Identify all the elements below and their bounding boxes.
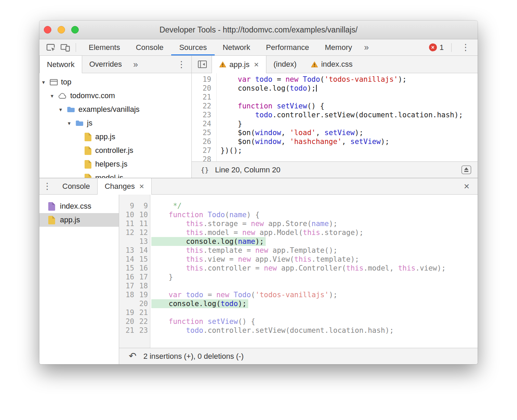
tab-label: Console (62, 182, 90, 191)
tree-item-app.js[interactable]: app.js (39, 130, 191, 144)
code-line[interactable]: 19 var todo = new Todo('todos-vanillajs'… (192, 75, 478, 84)
tree-item-model.js[interactable]: model.js (39, 171, 191, 178)
code-token (151, 202, 173, 210)
code-token: .model = (203, 228, 242, 237)
drawer-tab-changes[interactable]: Changes× (97, 178, 152, 195)
pretty-print-icon[interactable]: {} (201, 166, 209, 174)
sidebar-tabs: NetworkOverrides (39, 56, 129, 73)
code-token: function (238, 102, 273, 110)
code-token: new (242, 228, 255, 237)
code-line[interactable]: 26 $on(window, 'hashchange', setView); (192, 137, 478, 146)
drawer: ⋮ ConsoleChanges× × index.cssapp.js 99 *… (39, 178, 478, 364)
inspect-element-icon[interactable] (43, 39, 58, 55)
main-toolbar-tabs: ElementsConsoleSourcesNetworkPerformance… (81, 39, 360, 55)
cursor-position-text: Line 20, Column 20 (215, 166, 280, 174)
code-token: ( (251, 291, 255, 299)
editor-tab-index.css[interactable]: index.css (304, 56, 360, 73)
diff-row: 99 */ (119, 201, 478, 210)
main-tab-console[interactable]: Console (128, 39, 172, 55)
diff-new-line-number: 14 (134, 246, 148, 255)
window-minimize-button[interactable] (58, 26, 65, 34)
file-js-icon (85, 146, 91, 155)
editor-tab-app.js[interactable]: app.js× (212, 56, 266, 73)
code-line[interactable]: 27})(); (192, 146, 478, 155)
diff-code-cell: function setView() { (148, 317, 255, 326)
sidebar-tab-overrides[interactable]: Overrides (82, 56, 129, 73)
code-token: app.Template(); (268, 246, 337, 254)
code-token: app.Store( (264, 220, 312, 228)
diff-code-text: this.view = new app.View(this.template); (151, 255, 359, 264)
code-token: setView (324, 129, 355, 137)
window-zoom-button[interactable] (71, 26, 79, 34)
file-js-icon (48, 216, 55, 224)
tree-item-controller.js[interactable]: controller.js (39, 144, 191, 157)
sidebar-more-tabs-chevron-icon[interactable]: » (129, 56, 142, 73)
code-token: , (316, 129, 324, 137)
diff-new-line-number: 20 (134, 299, 148, 308)
tab-close-icon[interactable]: × (254, 60, 259, 69)
code-token: .view = (203, 255, 238, 263)
tab-close-icon[interactable]: × (139, 182, 144, 191)
device-toolbar-icon[interactable] (58, 39, 72, 55)
code-line[interactable]: 20 console.log(todo); (192, 84, 478, 93)
frame-icon (50, 79, 58, 86)
open-file-eject-icon[interactable] (461, 165, 471, 174)
diff-old-line-number: 10 (119, 210, 134, 219)
code-line-text: console.log(todo); (216, 84, 317, 93)
line-number: 20 (192, 84, 216, 93)
diff-row: 1516 this.controller = new app.Controlle… (119, 264, 478, 273)
code-line[interactable]: 24 } (192, 119, 478, 128)
devtools-menu-icon[interactable]: ⋮ (458, 42, 474, 53)
diff-new-line-number: 12 (134, 228, 148, 237)
drawer-tab-console[interactable]: Console (55, 178, 97, 194)
changes-file-app.js[interactable]: app.js (39, 213, 119, 227)
code-token: function (169, 211, 203, 219)
code-line[interactable]: 22 function setView() { (192, 102, 478, 110)
tree-item-label: todomvc.com (70, 91, 115, 100)
tree-item-examples-vanillajs[interactable]: ▾examples/vanillajs (39, 103, 191, 116)
code-token: , (342, 137, 350, 146)
disclosure-expanded-icon[interactable]: ▾ (59, 106, 67, 113)
code-token: () { (307, 102, 325, 110)
sidebar-menu-icon[interactable]: ⋮ (172, 56, 191, 73)
line-number: 21 (192, 93, 216, 102)
disclosure-expanded-icon[interactable]: ▾ (68, 120, 75, 127)
sidebar-tab-network[interactable]: Network (39, 56, 82, 73)
more-panels-chevron-icon[interactable]: » (360, 39, 373, 55)
diff-summary-text: 2 insertions (+), 0 deletions (-) (143, 352, 244, 361)
line-number: 22 (192, 102, 216, 110)
diff-code-text: */ (151, 201, 182, 210)
window-close-button[interactable] (44, 26, 51, 34)
code-token: ); (398, 75, 406, 83)
drawer-menu-icon[interactable]: ⋮ (39, 178, 55, 194)
toolbar-separator (451, 43, 452, 52)
tab-label: index.css (321, 60, 353, 69)
drawer-close-icon[interactable]: × (456, 178, 478, 194)
tree-item-todomvc.com[interactable]: ▾todomvc.com (39, 89, 191, 103)
revert-changes-icon[interactable]: ↶ (129, 352, 137, 361)
tree-item-top[interactable]: ▾top (39, 75, 191, 89)
changes-file-index.css[interactable]: index.css (39, 199, 119, 213)
code-line[interactable]: 25 $on(window, 'load', setView); (192, 128, 478, 137)
code-line[interactable]: 23 todo.controller.setView(document.loca… (192, 110, 478, 119)
main-tab-network[interactable]: Network (215, 39, 258, 55)
collapse-navigator-icon[interactable] (193, 56, 212, 73)
code-token: name (312, 220, 329, 228)
disclosure-expanded-icon[interactable]: ▾ (51, 93, 58, 99)
editor-code[interactable]: 19 var todo = new Todo('todos-vanillajs'… (192, 73, 478, 161)
tree-item-js[interactable]: ▾js (39, 116, 191, 130)
main-tab-memory[interactable]: Memory (317, 39, 360, 55)
folder-icon (75, 120, 84, 127)
editor-tab-index[interactable]: (index) (266, 56, 304, 73)
code-line[interactable]: 28 (192, 155, 478, 161)
diff-code-text: this.controller = new app.Controller(thi… (151, 264, 446, 273)
main-tab-elements[interactable]: Elements (81, 39, 128, 55)
main-tab-sources[interactable]: Sources (171, 39, 215, 55)
error-badge-icon[interactable]: × (429, 43, 437, 51)
tree-item-helpers.js[interactable]: helpers.js (39, 157, 191, 171)
code-token: app.Controller( (277, 264, 346, 272)
code-token: setView (207, 317, 238, 326)
code-line[interactable]: 21 (192, 93, 478, 102)
main-tab-performance[interactable]: Performance (258, 39, 317, 55)
disclosure-expanded-icon[interactable]: ▾ (42, 79, 50, 86)
